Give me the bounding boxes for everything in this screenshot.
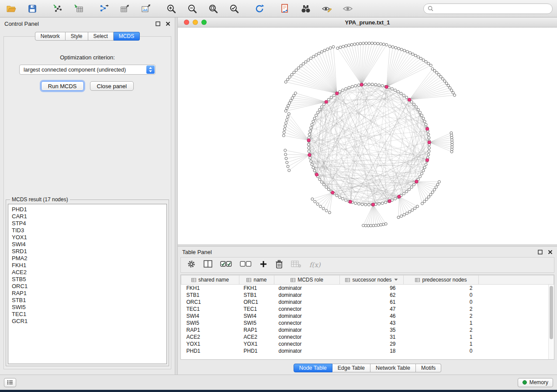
import-network-button[interactable] xyxy=(51,2,65,16)
mcds-result-item[interactable]: SRD1 xyxy=(12,248,163,255)
refresh-view-button[interactable] xyxy=(253,2,266,16)
open-file-button[interactable] xyxy=(4,2,18,16)
cell-name[interactable]: SWI4 xyxy=(239,313,274,320)
tab-network-table[interactable]: Network Table xyxy=(370,364,416,372)
cell-name[interactable]: FKH1 xyxy=(239,285,274,292)
cell-predecessors[interactable]: 1 xyxy=(404,334,479,340)
cell-filler[interactable] xyxy=(479,334,554,340)
column-header-mcds-role[interactable]: MCDS role xyxy=(274,275,340,285)
cell-successors[interactable]: 61 xyxy=(340,299,404,306)
cell-predecessors[interactable]: 0 xyxy=(404,299,479,306)
mcds-result-item[interactable]: PHD1 xyxy=(12,206,163,213)
mcds-result-item[interactable]: SWI5 xyxy=(12,304,163,311)
zoom-in-button[interactable] xyxy=(164,2,178,16)
mcds-result-item[interactable]: STB1 xyxy=(12,297,163,304)
mcds-result-item[interactable]: RAP1 xyxy=(12,290,163,297)
cell-filler[interactable] xyxy=(479,313,554,320)
save-session-button[interactable] xyxy=(25,2,39,16)
cell-filler[interactable] xyxy=(479,347,554,354)
mcds-result-item[interactable]: GCR1 xyxy=(12,318,163,325)
tab-motifs[interactable]: Motifs xyxy=(416,364,441,372)
panel-splitter[interactable] xyxy=(175,17,178,375)
cell-shared_name[interactable]: TEC1 xyxy=(181,306,239,313)
mcds-result-item[interactable]: STB5 xyxy=(12,276,163,283)
cell-shared_name[interactable]: RAP1 xyxy=(181,327,239,334)
cell-shared_name[interactable]: ORC1 xyxy=(181,299,239,306)
network-graph[interactable] xyxy=(178,28,557,244)
cell-role[interactable]: dominator xyxy=(274,285,340,292)
cell-filler[interactable] xyxy=(479,285,554,292)
cell-predecessors[interactable]: 2 xyxy=(404,285,479,292)
cell-shared_name[interactable]: FKH1 xyxy=(181,285,239,292)
zoom-fit-button[interactable] xyxy=(206,2,220,16)
close-panel-icon[interactable] xyxy=(166,21,170,26)
mcds-result-item[interactable]: FKH1 xyxy=(12,262,163,269)
export-network-button[interactable] xyxy=(97,2,111,16)
cell-filler[interactable] xyxy=(479,306,554,313)
mcds-result-item[interactable]: ORC1 xyxy=(12,283,163,290)
cell-role[interactable]: dominator xyxy=(274,313,340,320)
cell-filler[interactable] xyxy=(479,327,554,334)
cell-name[interactable]: YOX1 xyxy=(239,340,274,347)
table-row[interactable]: FKH1FKH1dominator962 xyxy=(181,285,554,292)
cell-filler[interactable] xyxy=(479,340,554,347)
deselect-all-columns-button[interactable] xyxy=(240,261,252,269)
cell-predecessors[interactable]: 1 xyxy=(404,320,479,327)
cell-successors[interactable]: 96 xyxy=(340,285,404,292)
mcds-result-item[interactable]: PMA2 xyxy=(12,255,163,262)
table-row[interactable]: ORC1ORC1dominator610 xyxy=(181,299,554,306)
cell-name[interactable]: RAP1 xyxy=(239,327,274,334)
zoom-out-button[interactable] xyxy=(185,2,199,16)
mcds-result-item[interactable]: YOX1 xyxy=(12,234,163,241)
cell-successors[interactable]: 29 xyxy=(340,340,404,347)
cell-name[interactable]: ACE2 xyxy=(239,334,274,340)
window-maximize-icon[interactable] xyxy=(201,20,207,25)
memory-button[interactable]: Memory xyxy=(518,378,553,387)
tab-edge-table[interactable]: Edge Table xyxy=(332,364,370,372)
table-row[interactable]: ACE2ACE2connector311 xyxy=(181,334,554,340)
tab-node-table[interactable]: Node Table xyxy=(294,364,332,372)
cell-role[interactable]: dominator xyxy=(274,299,340,306)
criterion-select[interactable]: largest connected component (undirected) xyxy=(19,65,156,75)
table-row[interactable]: PHD1PHD1dominator180 xyxy=(181,347,554,354)
cell-predecessors[interactable]: 0 xyxy=(404,292,479,299)
cell-filler[interactable] xyxy=(479,292,554,299)
show-columns-button[interactable] xyxy=(204,260,212,270)
cell-role[interactable]: dominator xyxy=(274,327,340,334)
status-menu-button[interactable] xyxy=(4,378,16,387)
cell-predecessors[interactable]: 0 xyxy=(404,347,479,354)
tab-network[interactable]: Network xyxy=(35,32,66,41)
network-window-titlebar[interactable]: YPA_prune.txt_1 xyxy=(178,17,557,28)
cell-role[interactable]: connector xyxy=(274,320,340,327)
table-row[interactable]: YOX1YOX1connector291 xyxy=(181,340,554,347)
scrollbar-thumb[interactable] xyxy=(550,286,553,339)
column-header-shared-name[interactable]: shared name xyxy=(181,275,239,285)
export-image-button[interactable] xyxy=(139,2,153,16)
cell-name[interactable]: SWI5 xyxy=(239,320,274,327)
cell-name[interactable]: ORC1 xyxy=(239,299,274,306)
cell-role[interactable]: connector xyxy=(274,334,340,340)
cell-name[interactable]: TEC1 xyxy=(239,306,274,313)
table-scrollbar[interactable] xyxy=(548,285,554,359)
column-header-name[interactable]: name xyxy=(239,275,274,285)
table-row[interactable]: SWI5SWI5connector431 xyxy=(181,320,554,327)
cell-role[interactable]: dominator xyxy=(274,347,340,354)
column-header-predecessor-nodes[interactable]: predecessor nodes xyxy=(404,275,479,285)
table-row[interactable]: SWI4SWI4dominator462 xyxy=(181,313,554,320)
table-settings-button[interactable] xyxy=(187,260,196,270)
cell-successors[interactable]: 43 xyxy=(340,320,404,327)
toolbar-search[interactable] xyxy=(423,3,553,14)
share-document-button[interactable] xyxy=(278,2,292,16)
run-mcds-button[interactable]: Run MCDS xyxy=(41,81,84,91)
create-column-button[interactable] xyxy=(259,260,267,270)
find-button[interactable] xyxy=(299,2,313,16)
show-details-button[interactable] xyxy=(341,2,355,16)
cell-filler[interactable] xyxy=(479,320,554,327)
close-table-panel-icon[interactable] xyxy=(548,250,553,254)
cell-name[interactable]: PHD1 xyxy=(239,347,274,354)
mcds-result-item[interactable]: STP4 xyxy=(12,220,163,227)
cell-shared_name[interactable]: SWI5 xyxy=(181,320,239,327)
window-minimize-icon[interactable] xyxy=(193,20,198,25)
cell-shared_name[interactable]: STB1 xyxy=(181,292,239,299)
select-all-columns-button[interactable] xyxy=(220,261,232,269)
